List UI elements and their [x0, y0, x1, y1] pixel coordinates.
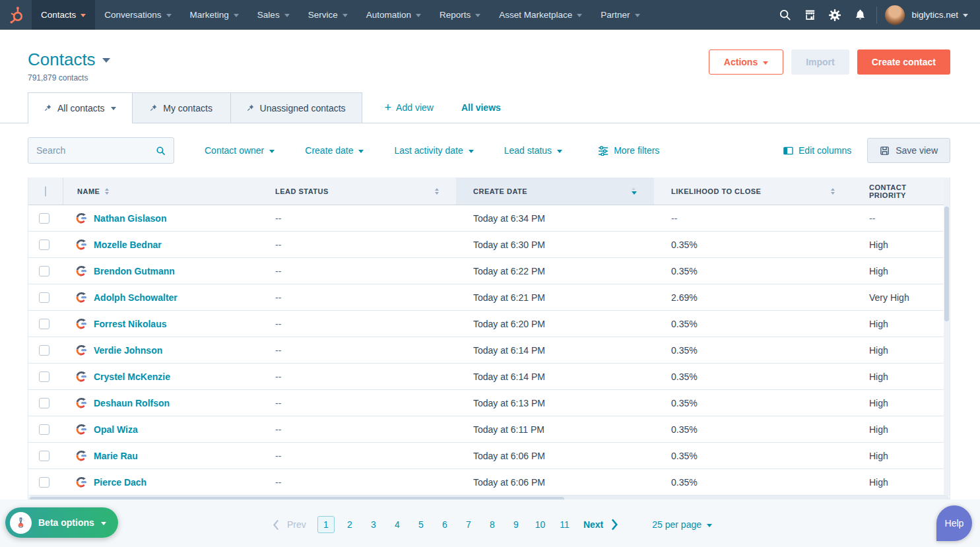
view-tab[interactable]: My contacts: [132, 92, 231, 123]
chevron-down-icon: [111, 107, 116, 110]
column-header-name[interactable]: NAME: [60, 177, 258, 205]
create-date-cell: Today at 6:20 PM: [456, 311, 654, 337]
page-number[interactable]: 4: [389, 516, 406, 533]
vertical-scrollbar[interactable]: [944, 177, 950, 496]
add-view-button[interactable]: + Add view: [385, 92, 434, 123]
row-checkbox[interactable]: [39, 266, 49, 276]
nav-item[interactable]: Automation: [357, 0, 430, 30]
sort-desc-icon[interactable]: [632, 187, 637, 195]
contact-name-link[interactable]: Brendon Gutmann: [94, 266, 175, 276]
nav-item[interactable]: Service: [299, 0, 357, 30]
name-cell: Pierce Dach: [60, 469, 258, 495]
notifications-icon[interactable]: [847, 0, 872, 30]
contact-name-link[interactable]: Opal Wiza: [94, 424, 138, 435]
actions-button[interactable]: Actions: [709, 49, 783, 75]
beta-options-button[interactable]: Beta options: [5, 507, 118, 538]
filter-dropdown[interactable]: Contact owner: [205, 145, 275, 156]
page-number[interactable]: 8: [484, 516, 501, 533]
nav-item[interactable]: Marketing: [181, 0, 248, 30]
nav-item[interactable]: Contacts: [32, 0, 95, 30]
contact-name-link[interactable]: Pierce Dach: [94, 477, 147, 488]
lead-status-cell: --: [258, 443, 456, 468]
priority-cell: High: [852, 443, 950, 468]
filter-dropdown[interactable]: Last activity date: [394, 145, 473, 156]
chevron-down-icon: [635, 14, 640, 17]
page-number[interactable]: 6: [436, 516, 453, 533]
nav-right: biglytics.net: [772, 0, 980, 30]
column-header-likelihood[interactable]: LIKELIHOOD TO CLOSE: [654, 177, 852, 205]
chevron-right-icon[interactable]: [607, 519, 623, 531]
contact-name-link[interactable]: Nathan Gislason: [94, 213, 166, 224]
search-icon[interactable]: [156, 145, 166, 156]
page-title-dropdown[interactable]: Contacts: [28, 49, 110, 70]
nav-item[interactable]: Reports: [430, 0, 490, 30]
avatar[interactable]: [885, 5, 905, 25]
page-number[interactable]: 2: [341, 516, 358, 533]
sort-icon[interactable]: [831, 188, 835, 195]
nav-item[interactable]: Conversations: [95, 0, 180, 30]
table-row: Nathan Gislason -- Today at 6:34 PM -- -…: [28, 205, 950, 232]
prev-button[interactable]: Prev: [287, 519, 306, 530]
vertical-scrollbar-thumb[interactable]: [944, 207, 949, 321]
page-number[interactable]: 9: [507, 516, 525, 533]
more-filters-button[interactable]: More filters: [598, 145, 659, 156]
search-icon[interactable]: [772, 0, 797, 30]
contact-name-link[interactable]: Adolph Schowalter: [94, 292, 178, 303]
view-tab[interactable]: Unassigned contacts: [230, 92, 362, 123]
contact-name-link[interactable]: Verdie Johnson: [94, 345, 162, 356]
page-head: Contacts 791,879 contacts Actions Import…: [0, 30, 980, 82]
marketplace-icon[interactable]: [797, 0, 822, 30]
row-checkbox[interactable]: [39, 451, 49, 461]
save-view-button[interactable]: Save view: [867, 138, 950, 163]
column-header-lead-status[interactable]: LEAD STATUS: [258, 177, 456, 205]
filter-dropdown[interactable]: Create date: [305, 145, 364, 156]
nav-item[interactable]: Partner: [591, 0, 649, 30]
row-checkbox[interactable]: [39, 477, 49, 488]
view-tab[interactable]: All contacts: [28, 92, 133, 123]
contact-name-link[interactable]: Forrest Nikolaus: [94, 319, 166, 329]
row-checkbox[interactable]: [39, 319, 49, 329]
chevron-left-icon[interactable]: [268, 519, 283, 531]
select-all-checkbox[interactable]: [45, 186, 46, 197]
row-checkbox[interactable]: [39, 240, 49, 250]
create-contact-button[interactable]: Create contact: [857, 49, 950, 75]
table-row: Verdie Johnson -- Today at 6:14 PM 0.35%…: [28, 337, 950, 364]
filter-dropdown[interactable]: Lead status: [504, 145, 562, 156]
row-checkbox[interactable]: [39, 213, 49, 224]
help-button[interactable]: Help: [936, 505, 972, 541]
table-row: Adolph Schowalter -- Today at 6:21 PM 2.…: [28, 284, 950, 311]
next-button[interactable]: Next: [583, 519, 603, 530]
per-page-dropdown[interactable]: 25 per page: [652, 519, 712, 530]
contact-name-link[interactable]: Marie Rau: [94, 451, 138, 461]
import-button[interactable]: Import: [791, 49, 849, 75]
account-menu[interactable]: biglytics.net: [911, 10, 968, 20]
likelihood-cell: --: [654, 205, 852, 231]
nav-item[interactable]: Sales: [248, 0, 299, 30]
edit-columns-button[interactable]: Edit columns: [783, 145, 851, 156]
all-views-label: All views: [461, 102, 501, 113]
column-header-create-date[interactable]: CREATE DATE: [456, 177, 654, 205]
settings-icon[interactable]: [822, 0, 847, 30]
row-checkbox[interactable]: [39, 398, 49, 408]
create-date-cell: Today at 6:30 PM: [456, 232, 654, 257]
sort-icon[interactable]: [105, 188, 109, 195]
contact-name-link[interactable]: Mozelle Bednar: [94, 240, 162, 250]
nav-item[interactable]: Asset Marketplace: [490, 0, 591, 30]
hubspot-logo-icon[interactable]: [0, 0, 32, 30]
page-number[interactable]: 10: [531, 516, 550, 533]
page-number[interactable]: 7: [460, 516, 477, 533]
contact-name-link[interactable]: Deshaun Rolfson: [94, 398, 170, 408]
contact-name-link[interactable]: Crystel McKenzie: [94, 371, 170, 382]
row-checkbox[interactable]: [39, 371, 49, 382]
row-checkbox[interactable]: [39, 345, 49, 356]
page-number[interactable]: 11: [556, 516, 573, 533]
row-checkbox[interactable]: [39, 424, 49, 435]
all-views-link[interactable]: All views: [461, 92, 501, 123]
row-checkbox[interactable]: [39, 292, 49, 303]
column-header-priority[interactable]: CONTACT PRIORITY: [852, 177, 950, 205]
page-number[interactable]: 1: [317, 516, 335, 533]
page-number[interactable]: 5: [412, 516, 430, 533]
sort-icon[interactable]: [435, 188, 439, 195]
search-input[interactable]: [36, 145, 156, 156]
page-number[interactable]: 3: [365, 516, 382, 533]
